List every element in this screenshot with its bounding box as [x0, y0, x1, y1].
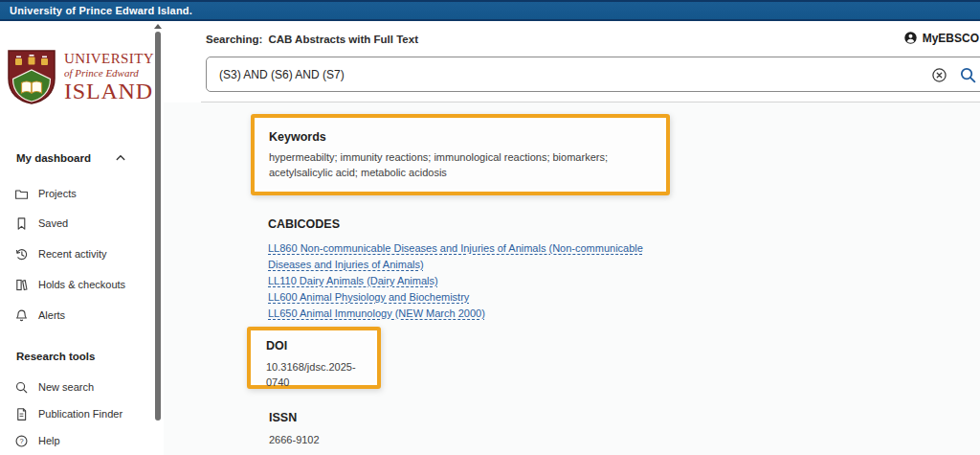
cabicodes-heading: CABICODES [268, 217, 674, 231]
sidebar-scrollbar[interactable] [155, 32, 161, 421]
sidebar-item-saved[interactable]: Saved [0, 215, 153, 232]
doi-value: 10.3168/jdsc.2025-0740 [266, 360, 377, 390]
search-input-container [206, 57, 980, 92]
logo-line-of-prince-edward: of Prince Edward [64, 68, 154, 79]
help-icon: ? [13, 433, 29, 448]
keywords-heading: Keywords [269, 130, 653, 144]
person-icon [903, 31, 918, 45]
keywords-text: hypermeabilty; immunity reactions; immun… [269, 150, 663, 180]
folder-icon [13, 186, 29, 201]
sidebar-item-label: New search [38, 381, 94, 393]
cabicode-link[interactable]: LL860 Non-communicable Diseases and Inju… [268, 242, 643, 270]
sidebar-item-label: Saved [38, 217, 68, 229]
my-dashboard-label: My dashboard [16, 152, 91, 164]
sidebar-section-research-tools: Research tools [0, 348, 153, 365]
main-content: Searching:CAB Abstracts with Full Text M… [164, 21, 980, 455]
institution-bar: University of Prince Edward Island. [0, 0, 980, 21]
cabicodes-section: CABICODES LL860 Non-communicable Disease… [268, 217, 674, 321]
upei-shield-icon [8, 50, 56, 104]
sidebar-item-label: Holds & checkouts [38, 279, 125, 290]
doi-heading: DOI [266, 339, 377, 353]
history-icon [13, 246, 29, 262]
sidebar-item-label: Help [38, 435, 60, 446]
issn-heading: ISSN [269, 411, 320, 424]
sidebar-item-label: Publication Finder [38, 408, 122, 420]
cabicode-link[interactable]: LL600 Animal Physiology and Biochemistry [268, 291, 469, 303]
issn-value: 2666-9102 [269, 433, 320, 448]
search-submit-icon[interactable] [959, 66, 977, 84]
logo-line-university: UNIVERSITY [64, 52, 154, 66]
searching-label: Searching: [206, 34, 262, 45]
record-detail-area: Keywords hypermeabilty; immunity reactio… [164, 102, 980, 455]
sidebar-section-my-dashboard[interactable]: My dashboard [0, 149, 153, 167]
upei-logo[interactable]: UNIVERSITY of Prince Edward ISLAND [8, 50, 154, 104]
bell-icon [13, 307, 29, 323]
sidebar-item-label: Projects [38, 188, 77, 199]
bookmark-icon [13, 216, 29, 231]
searching-line: Searching:CAB Abstracts with Full Text [206, 34, 418, 45]
cabicode-link-row: LL110 Dairy Animals (Dairy Animals) [268, 272, 674, 288]
page: University of Prince Edward Island. [0, 0, 980, 455]
sidebar-item-recent-activity[interactable]: Recent activity [0, 245, 153, 262]
issn-section: ISSN 2666-9102 [269, 411, 320, 448]
sidebar-item-alerts[interactable]: Alerts [0, 307, 153, 324]
keywords-highlight-box: Keywords hypermeabilty; immunity reactio… [251, 114, 670, 195]
sidebar: UNIVERSITY of Prince Edward ISLAND My da… [0, 21, 153, 455]
sidebar-item-publication-finder[interactable]: Publication Finder [0, 405, 153, 422]
database-name: CAB Abstracts with Full Text [268, 34, 418, 45]
cabicode-link-row: LL650 Animal Immunology (NEW March 2000) [268, 305, 674, 321]
document-icon [13, 406, 29, 421]
doi-highlight-box: DOI 10.3168/jdsc.2025-0740 [247, 327, 381, 389]
cabicode-link[interactable]: LL110 Dairy Animals (Dairy Animals) [268, 275, 438, 286]
research-tools-label: Research tools [16, 351, 95, 362]
search-input[interactable] [219, 57, 755, 91]
books-icon [13, 277, 29, 292]
sidebar-item-label: Alerts [38, 309, 65, 321]
sidebar-item-projects[interactable]: Projects [0, 185, 153, 202]
sidebar-item-new-search[interactable]: New search [0, 378, 153, 396]
cabicodes-links: LL860 Non-communicable Diseases and Inju… [268, 239, 674, 321]
myebsco-button[interactable]: MyEBSCO [903, 31, 979, 45]
cabicode-link[interactable]: LL650 Animal Immunology (NEW March 2000) [268, 307, 485, 319]
sidebar-item-help[interactable]: ? Help [0, 432, 153, 449]
sidebar-item-holds-checkouts[interactable]: Holds & checkouts [0, 276, 153, 293]
upei-logo-text: UNIVERSITY of Prince Edward ISLAND [64, 52, 154, 102]
myebsco-label: MyEBSCO [923, 32, 979, 45]
svg-text:?: ? [19, 437, 23, 445]
logo-line-island: ISLAND [64, 80, 154, 102]
sidebar-item-label: Recent activity [38, 248, 107, 260]
institution-bar-title: University of Prince Edward Island. [0, 5, 192, 16]
scrollbar-up-arrow[interactable] [154, 24, 162, 29]
cabicode-link-row: LL600 Animal Physiology and Biochemistry [268, 288, 674, 305]
cabicode-link-row: LL860 Non-communicable Diseases and Inju… [268, 239, 674, 272]
chevron-up-icon [115, 152, 126, 164]
clear-search-icon[interactable] [931, 67, 947, 83]
search-icon [13, 379, 29, 395]
